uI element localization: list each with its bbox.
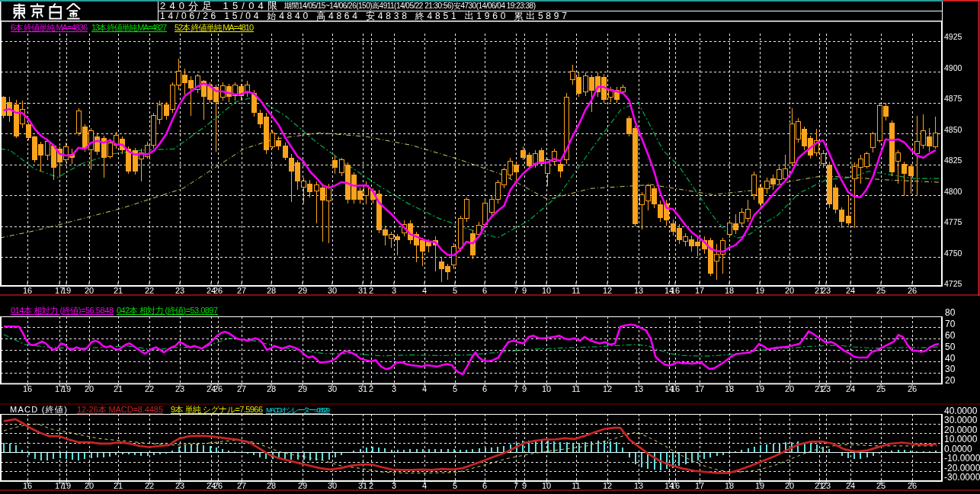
svg-text:19: 19: [62, 286, 71, 295]
svg-text:30.0000: 30.0000: [944, 415, 978, 425]
svg-text:4800: 4800: [944, 187, 962, 196]
svg-text:-10.0000: -10.0000: [944, 453, 980, 464]
svg-text:40: 40: [945, 353, 956, 364]
svg-text:7: 7: [514, 286, 518, 295]
svg-text:52本 終値単純 MA=4810: 52本 終値単純 MA=4810: [175, 23, 254, 32]
svg-text:6: 6: [482, 286, 487, 295]
svg-text:4900: 4900: [944, 63, 962, 72]
svg-text:2: 2: [369, 286, 373, 295]
svg-text:20: 20: [945, 375, 956, 386]
svg-text:4925: 4925: [944, 32, 962, 41]
svg-text:13: 13: [634, 286, 643, 295]
svg-text:MACDオシレーター=0.8529: MACDオシレーター=0.8529: [266, 406, 330, 414]
svg-text:4850: 4850: [944, 125, 962, 134]
svg-text:60: 60: [945, 330, 956, 341]
svg-text:17: 17: [695, 286, 704, 295]
svg-text:26: 26: [908, 286, 917, 295]
svg-text:16: 16: [671, 286, 680, 295]
svg-text:042本 相対力 (終値)=53.0897: 042本 相対力 (終値)=53.0897: [117, 306, 218, 315]
svg-text:4: 4: [422, 286, 427, 295]
svg-text:MACD (終値): MACD (終値): [10, 405, 67, 414]
svg-text:6本 終値単純 MA=4836: 6本 終値単純 MA=4836: [11, 23, 88, 32]
svg-text:25: 25: [876, 286, 886, 295]
svg-text:70: 70: [945, 319, 956, 329]
svg-text:22: 22: [145, 286, 154, 295]
svg-text:4775: 4775: [944, 217, 962, 226]
svg-text:21: 21: [114, 286, 123, 295]
svg-text:13本 終値単純 MA=4827: 13本 終値単純 MA=4827: [91, 23, 167, 32]
svg-text:12-26本 MACD=8.4485: 12-26本 MACD=8.4485: [77, 405, 163, 414]
svg-text:11: 11: [572, 286, 580, 295]
svg-text:30: 30: [328, 286, 337, 295]
svg-text:20: 20: [85, 286, 94, 295]
svg-text:27: 27: [237, 286, 246, 295]
svg-text:12: 12: [603, 286, 612, 295]
svg-text:4825: 4825: [944, 156, 962, 165]
svg-text:80: 80: [945, 307, 956, 318]
svg-text:50: 50: [945, 342, 956, 352]
svg-text:-30.0000: -30.0000: [944, 472, 980, 483]
svg-text:31: 31: [358, 286, 367, 295]
svg-text:4875: 4875: [944, 94, 962, 103]
svg-text:5: 5: [453, 286, 457, 295]
svg-text:28: 28: [267, 286, 276, 295]
svg-text:23: 23: [175, 286, 184, 295]
svg-text:10.0000: 10.0000: [944, 434, 978, 444]
svg-text:19: 19: [755, 286, 764, 295]
svg-text:4725: 4725: [944, 279, 962, 288]
svg-text:014本 相対力 (終値)=56.5848: 014本 相対力 (終値)=56.5848: [11, 306, 114, 315]
svg-text:期間14/05/15~14/06/26(150)高4911(: 期間14/05/15~14/06/26(150)高4911(14/05/22 2…: [283, 2, 536, 10]
svg-text:9本 単純 シグナル=7.5966: 9本 単純 シグナル=7.5966: [171, 405, 263, 414]
svg-text:10: 10: [542, 286, 551, 295]
svg-text:24: 24: [846, 286, 855, 295]
svg-text:3: 3: [392, 286, 396, 295]
svg-text:9: 9: [522, 286, 527, 295]
svg-text:29: 29: [298, 286, 307, 295]
svg-text:4750: 4750: [944, 249, 962, 258]
svg-text:16: 16: [23, 286, 32, 295]
svg-text:20: 20: [785, 286, 794, 295]
svg-text:26: 26: [213, 286, 223, 295]
svg-text:30: 30: [945, 364, 956, 374]
svg-text:23: 23: [821, 286, 831, 295]
svg-text:18: 18: [725, 286, 734, 295]
